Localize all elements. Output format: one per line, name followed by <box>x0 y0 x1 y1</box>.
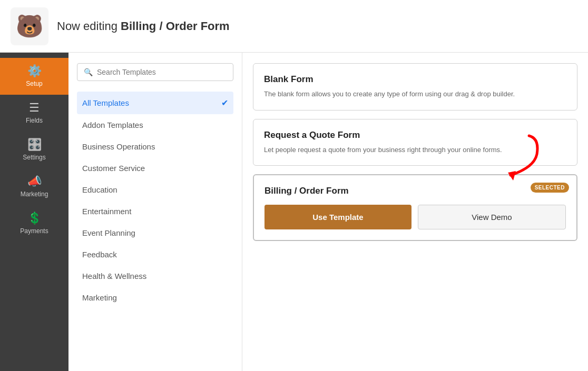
svg-marker-0 <box>508 171 516 181</box>
sidebar-item-label-fields: Fields <box>26 117 43 124</box>
category-item-business[interactable]: Business Operations <box>77 136 233 157</box>
header: 🐻 Now editing Billing / Order Form <box>0 0 588 53</box>
category-item-customer[interactable]: Customer Service <box>77 157 233 179</box>
sidebar-item-label-settings: Settings <box>23 154 45 161</box>
template-desc-quote: Let people request a quote from your bus… <box>264 145 566 155</box>
category-item-event[interactable]: Event Planning <box>77 222 233 244</box>
sidebar-item-fields[interactable]: ☰ Fields <box>0 95 68 132</box>
check-icon: ✔ <box>221 98 228 108</box>
category-item-health[interactable]: Health & Wellness <box>77 265 233 287</box>
templates-list: Blank Form The blank form allows you to … <box>253 63 577 241</box>
category-item-entertainment[interactable]: Entertainment <box>77 200 233 222</box>
template-card-quote[interactable]: Request a Quote Form Let people request … <box>253 119 577 166</box>
sidebar-item-label-payments: Payments <box>20 227 48 235</box>
view-demo-button[interactable]: View Demo <box>418 205 566 229</box>
selected-badge: SELECTED <box>531 183 569 193</box>
sidebar-item-label-setup: Setup <box>26 80 42 87</box>
search-icon: 🔍 <box>84 68 93 76</box>
template-card-billing[interactable]: SELECTED Billing / Order Form Use Templa… <box>253 174 577 241</box>
template-title-blank: Blank Form <box>264 74 566 85</box>
payments-icon: 💲 <box>27 213 42 224</box>
category-panel: 🔍 All Templates ✔ Addon Templates Busine… <box>68 53 242 371</box>
category-item-feedback[interactable]: Feedback <box>77 244 233 265</box>
category-item-addon[interactable]: Addon Templates <box>77 114 233 136</box>
category-item-all[interactable]: All Templates ✔ <box>77 92 233 114</box>
settings-icon: 🎛️ <box>27 139 42 151</box>
template-card-blank[interactable]: Blank Form The blank form allows you to … <box>253 63 577 111</box>
sidebar-item-marketing[interactable]: 📣 Marketing <box>0 168 68 205</box>
logo-bear: 🐻 <box>11 7 48 45</box>
templates-panel: Blank Form The blank form allows you to … <box>242 53 588 371</box>
sidebar-item-payments[interactable]: 💲 Payments <box>0 205 68 242</box>
template-title-quote: Request a Quote Form <box>264 130 566 141</box>
sidebar: ⚙️ Setup ☰ Fields 🎛️ Settings 📣 Marketin… <box>0 53 68 371</box>
template-title-billing: Billing / Order Form <box>264 186 566 196</box>
sidebar-item-settings[interactable]: 🎛️ Settings <box>0 132 68 168</box>
gear-icon: ⚙️ <box>27 65 42 77</box>
main-body: ⚙️ Setup ☰ Fields 🎛️ Settings 📣 Marketin… <box>0 53 588 371</box>
marketing-icon: 📣 <box>27 176 42 187</box>
sidebar-item-setup[interactable]: ⚙️ Setup <box>0 58 68 95</box>
category-item-marketing[interactable]: Marketing <box>77 287 233 308</box>
template-actions-billing: Use Template View Demo <box>264 205 566 229</box>
category-item-education[interactable]: Education <box>77 179 233 200</box>
sidebar-item-label-marketing: Marketing <box>21 190 48 198</box>
header-title: Now editing Billing / Order Form <box>57 19 230 33</box>
fields-icon: ☰ <box>29 102 40 114</box>
search-input[interactable] <box>97 68 227 76</box>
use-template-button[interactable]: Use Template <box>264 205 411 229</box>
search-box[interactable]: 🔍 <box>77 63 233 81</box>
template-desc-blank: The blank form allows you to create any … <box>264 89 566 99</box>
